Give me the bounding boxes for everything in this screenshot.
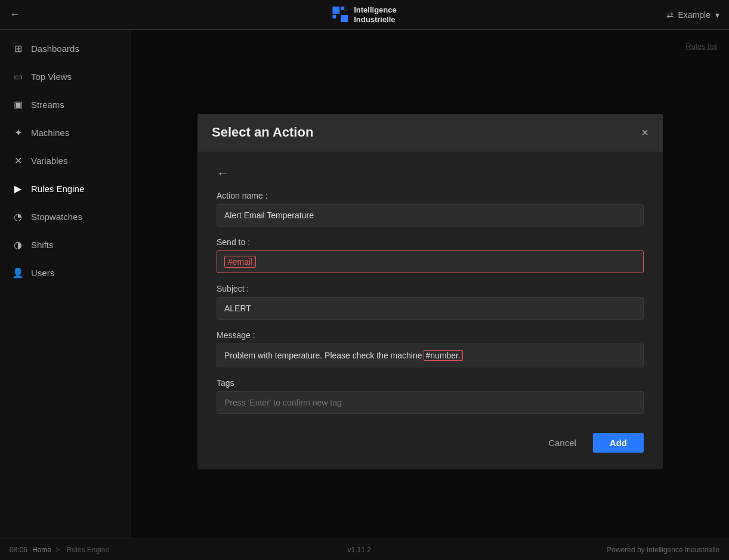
sidebar-item-stopwatches[interactable]: ◔ Stopwatches xyxy=(0,203,131,231)
message-token: #number. xyxy=(424,349,463,360)
subject-input[interactable] xyxy=(217,296,644,319)
send-to-token: #email xyxy=(224,255,256,267)
logo-text: Intelligence Industrielle xyxy=(354,5,397,24)
footer-left: 08:06 Home > Rules Engine xyxy=(10,546,112,554)
subject-label: Subject : xyxy=(217,283,644,293)
machines-icon: ✦ xyxy=(12,127,24,138)
breadcrumb: Home > Rules Engine xyxy=(32,546,112,554)
send-to-group: Send to : #email xyxy=(217,237,644,273)
users-icon: 👤 xyxy=(12,267,24,279)
sidebar-item-top-views[interactable]: ▭ Top Views xyxy=(0,63,131,91)
svg-rect-0 xyxy=(332,7,339,14)
footer: 08:06 Home > Rules Engine v1.11.2 Powere… xyxy=(0,539,729,560)
modal-close-button[interactable]: × xyxy=(641,126,648,138)
workspace-selector[interactable]: ⇄ Example ▾ xyxy=(666,10,719,20)
send-to-label: Send to : xyxy=(217,237,644,246)
footer-powered-by: Powered by Intelligence Industrielle xyxy=(607,546,719,554)
back-button[interactable]: ← xyxy=(10,8,20,21)
tags-input[interactable] xyxy=(217,391,644,413)
breadcrumb-separator: > xyxy=(55,546,60,554)
variables-icon: ✕ xyxy=(12,155,24,166)
tags-group: Tags xyxy=(217,378,644,413)
workspace-name: Example xyxy=(678,10,711,20)
streams-icon: ▣ xyxy=(12,99,24,110)
logo: Intelligence Industrielle xyxy=(332,5,397,24)
stopwatches-icon: ◔ xyxy=(12,211,24,222)
breadcrumb-current: Rules Engine xyxy=(67,546,109,554)
main-content: Rules list Select an Action × ← Action n… xyxy=(131,30,729,539)
breadcrumb-home[interactable]: Home xyxy=(32,546,51,554)
sidebar-label-variables: Variables xyxy=(31,156,67,166)
subject-group: Subject : xyxy=(217,283,644,319)
action-name-label: Action name : xyxy=(217,190,644,200)
message-field[interactable]: Problem with temperature. Please check t… xyxy=(217,343,644,367)
sidebar-label-top-views: Top Views xyxy=(31,72,72,82)
sidebar-label-streams: Streams xyxy=(31,100,64,110)
sidebar-item-variables[interactable]: ✕ Variables xyxy=(0,147,131,175)
topbar: ← Intelligence Industrielle ⇄ Example ▾ xyxy=(0,0,729,30)
top-views-icon: ▭ xyxy=(12,71,24,82)
svg-rect-1 xyxy=(341,7,344,10)
sidebar-label-machines: Machines xyxy=(31,128,69,138)
modal-back-button[interactable]: ← xyxy=(217,165,230,181)
message-text-before: Problem with temperature. Please check t… xyxy=(224,350,422,360)
message-group: Message : Problem with temperature. Plea… xyxy=(217,330,644,367)
sidebar-label-shifts: Shifts xyxy=(31,240,54,250)
sidebar-item-dashboards[interactable]: ⊞ Dashboards xyxy=(0,35,131,63)
cancel-button[interactable]: Cancel xyxy=(539,432,586,452)
action-name-group: Action name : xyxy=(217,190,644,226)
sidebar-item-machines[interactable]: ✦ Machines xyxy=(0,119,131,147)
send-to-field[interactable]: #email xyxy=(217,250,644,273)
footer-version: v1.11.2 xyxy=(347,546,370,554)
workspace-icon: ⇄ xyxy=(666,10,674,20)
add-button[interactable]: Add xyxy=(593,432,644,452)
dropdown-icon: ▾ xyxy=(715,10,719,20)
logo-icon xyxy=(332,7,349,23)
action-name-input[interactable] xyxy=(217,203,644,226)
dashboards-icon: ⊞ xyxy=(12,43,24,54)
sidebar-label-stopwatches: Stopwatches xyxy=(31,212,82,222)
tags-label: Tags xyxy=(217,378,644,387)
svg-rect-2 xyxy=(332,15,336,18)
sidebar-label-users: Users xyxy=(31,268,54,278)
layout: ⊞ Dashboards ▭ Top Views ▣ Streams ✦ Mac… xyxy=(0,30,729,539)
select-action-modal: Select an Action × ← Action name : Send … xyxy=(197,113,663,469)
sidebar-label-dashboards: Dashboards xyxy=(31,44,79,54)
message-label: Message : xyxy=(217,330,644,339)
sidebar-item-shifts[interactable]: ◑ Shifts xyxy=(0,231,131,259)
modal-body: ← Action name : Send to : #email Subject… xyxy=(197,151,663,469)
footer-time: 08:06 xyxy=(10,546,27,554)
sidebar: ⊞ Dashboards ▭ Top Views ▣ Streams ✦ Mac… xyxy=(0,30,131,539)
modal-title: Select an Action xyxy=(212,124,313,140)
sidebar-item-rules-engine[interactable]: ▶ Rules Engine xyxy=(0,175,131,203)
sidebar-item-streams[interactable]: ▣ Streams xyxy=(0,91,131,119)
rules-engine-icon: ▶ xyxy=(12,183,24,194)
sidebar-label-rules-engine: Rules Engine xyxy=(31,184,84,194)
svg-rect-3 xyxy=(341,15,348,22)
sidebar-item-users[interactable]: 👤 Users xyxy=(0,259,131,287)
modal-footer: Cancel Add xyxy=(217,428,644,452)
shifts-icon: ◑ xyxy=(12,239,24,250)
modal-header: Select an Action × xyxy=(197,113,663,151)
